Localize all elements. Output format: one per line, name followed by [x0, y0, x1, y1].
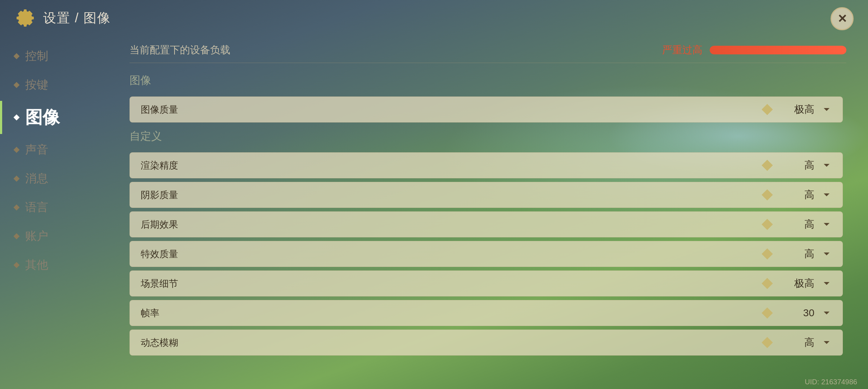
sidebar-item-keys[interactable]: 按键 [0, 72, 115, 98]
chevron-down-icon [822, 219, 832, 229]
setting-value-motion-blur: 高 [786, 336, 814, 349]
setting-name-shadow: 阴影质量 [141, 189, 763, 201]
setting-value-render: 高 [786, 158, 814, 172]
sidebar-label-message: 消息 [25, 171, 48, 187]
load-status-text: 严重过高 [662, 43, 702, 57]
setting-name-render: 渲染精度 [141, 159, 763, 172]
image-section-title: 图像 [130, 73, 843, 88]
sidebar-item-message[interactable]: 消息 [0, 166, 115, 192]
setting-diamond-icon [761, 278, 773, 289]
sidebar-label-sound: 声音 [25, 142, 48, 158]
settings-list: 图像 图像质量 极高 自定义 渲染精度 高 [130, 70, 846, 382]
setting-name-sfx-quality: 特效质量 [141, 248, 763, 260]
chevron-down-icon [822, 104, 832, 115]
load-status-bar: 当前配置下的设备负载 严重过高 [130, 43, 846, 63]
setting-value-framerate: 30 [786, 307, 814, 319]
setting-name-scene-detail: 场景细节 [141, 277, 763, 290]
main-panel: 当前配置下的设备负载 严重过高 图像 图像质量 极高 [115, 36, 868, 389]
setting-value-scene-detail: 极高 [786, 277, 814, 290]
load-label: 当前配置下的设备负载 [130, 43, 662, 57]
diamond-icon [14, 262, 20, 268]
setting-diamond-icon [761, 219, 773, 230]
chevron-down-icon [822, 278, 832, 289]
chevron-down-icon [822, 160, 832, 170]
setting-row-sfx-quality[interactable]: 特效质量 高 [130, 241, 843, 267]
load-bar-fill [710, 46, 846, 54]
setting-row-image-quality[interactable]: 图像质量 极高 [130, 97, 843, 122]
setting-row-framerate[interactable]: 帧率 30 [130, 300, 843, 326]
content-area: 控制 按键 图像 声音 消息 语言 [0, 36, 868, 389]
sidebar-label-image: 图像 [25, 106, 60, 129]
setting-name: 图像质量 [141, 103, 763, 116]
setting-row-postfx[interactable]: 后期效果 高 [130, 211, 843, 237]
sidebar: 控制 按键 图像 声音 消息 语言 [0, 36, 115, 389]
setting-name-postfx: 后期效果 [141, 218, 763, 231]
load-bar-container [710, 46, 846, 54]
custom-section-title: 自定义 [130, 129, 843, 144]
uid-text: UID: 216374986 [805, 378, 857, 386]
diamond-icon [14, 82, 20, 88]
setting-value-shadow: 高 [786, 188, 814, 202]
setting-value-postfx: 高 [786, 218, 814, 231]
setting-diamond-icon [761, 307, 773, 318]
sidebar-label-control: 控制 [25, 48, 48, 64]
active-bar [0, 101, 2, 134]
setting-row-render[interactable]: 渲染精度 高 [130, 152, 843, 178]
header-title: 设置 / 图像 [43, 9, 111, 27]
diamond-icon [14, 147, 20, 153]
setting-diamond-icon [761, 337, 773, 348]
chevron-down-icon [822, 337, 832, 348]
chevron-down-icon [822, 249, 832, 259]
sidebar-item-control[interactable]: 控制 [0, 43, 115, 69]
sidebar-item-other[interactable]: 其他 [0, 252, 115, 278]
setting-row-motion-blur[interactable]: 动态模糊 高 [130, 330, 843, 356]
diamond-icon-active [14, 115, 20, 121]
setting-diamond-icon [761, 160, 773, 171]
header: 设置 / 图像 ✕ [0, 0, 868, 36]
setting-diamond-icon [761, 104, 773, 115]
sidebar-label-keys: 按键 [25, 77, 48, 93]
setting-diamond-icon [761, 248, 773, 259]
sidebar-label-language: 语言 [25, 200, 48, 215]
sidebar-item-account[interactable]: 账户 [0, 223, 115, 249]
setting-row-scene-detail[interactable]: 场景细节 极高 [130, 270, 843, 296]
chevron-down-icon [822, 308, 832, 318]
setting-name-framerate: 帧率 [141, 307, 763, 319]
setting-row-shadow[interactable]: 阴影质量 高 [130, 182, 843, 208]
sidebar-item-image[interactable]: 图像 [0, 101, 115, 134]
setting-diamond-icon [761, 189, 773, 200]
sidebar-item-language[interactable]: 语言 [0, 194, 115, 220]
sidebar-label-other: 其他 [25, 257, 48, 273]
gear-icon [14, 7, 36, 29]
diamond-icon [14, 176, 20, 182]
close-button[interactable]: ✕ [831, 7, 854, 30]
setting-name-motion-blur: 动态模糊 [141, 336, 763, 349]
diamond-icon [14, 205, 20, 211]
setting-value-sfx-quality: 高 [786, 247, 814, 261]
setting-value-image-quality: 极高 [786, 103, 814, 116]
diamond-icon [14, 53, 20, 59]
sidebar-item-sound[interactable]: 声音 [0, 137, 115, 163]
sidebar-label-account: 账户 [25, 228, 48, 244]
chevron-down-icon [822, 190, 832, 200]
diamond-icon [14, 233, 20, 240]
